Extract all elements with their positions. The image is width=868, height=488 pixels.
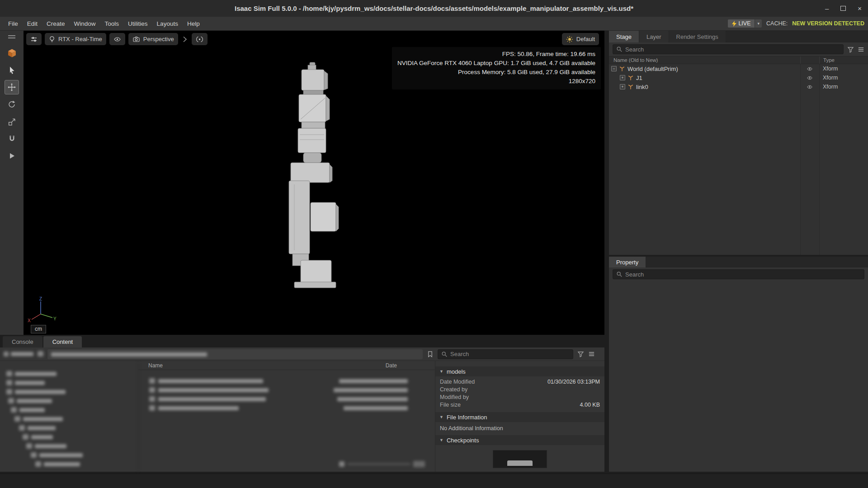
stage-row-link0[interactable]: + link0 Xform bbox=[609, 82, 868, 91]
rotate-icon bbox=[7, 100, 16, 109]
unit-badge: cm bbox=[31, 325, 46, 333]
tab-property[interactable]: Property bbox=[609, 257, 646, 267]
renderer-dropdown[interactable]: RTX - Real-Time bbox=[45, 33, 106, 45]
visibility-eye-icon[interactable] bbox=[800, 75, 819, 81]
viewport-settings-button[interactable] bbox=[26, 33, 42, 45]
transform-space-button[interactable] bbox=[5, 46, 19, 60]
prim-label: World (defaultPrim) bbox=[627, 66, 800, 72]
search-icon bbox=[616, 271, 623, 277]
live-dropdown-caret[interactable]: ▾ bbox=[755, 19, 762, 28]
menu-window[interactable]: Window bbox=[70, 19, 100, 29]
stage-row-world[interactable]: − World (defaultPrim) Xform bbox=[609, 64, 868, 73]
stage-filter-button[interactable] bbox=[847, 46, 854, 53]
stage-row-j1[interactable]: + J1 Xform bbox=[609, 73, 868, 82]
column-divider bbox=[800, 64, 801, 255]
visibility-options-button[interactable] bbox=[109, 33, 125, 45]
rotate-tool-button[interactable] bbox=[5, 97, 19, 112]
live-button[interactable]: LIVE bbox=[728, 19, 755, 28]
path-bar[interactable] bbox=[47, 349, 423, 359]
viewport-stats: FPS: 50.86, Frame time: 19.66 ms NVIDIA … bbox=[392, 47, 601, 89]
snap-tool-button[interactable] bbox=[5, 131, 19, 146]
import-button-redacted[interactable] bbox=[4, 352, 33, 357]
menu-layouts[interactable]: Layouts bbox=[152, 19, 183, 29]
menu-file[interactable]: File bbox=[4, 19, 23, 29]
camera-icon bbox=[132, 36, 140, 43]
renderer-label: RTX - Real-Time bbox=[58, 36, 102, 42]
view-toggle-button[interactable] bbox=[413, 461, 425, 467]
detail-row-date-modified: Date Modified 01/30/2026 03:13PM bbox=[435, 378, 604, 385]
maximize-button[interactable] bbox=[840, 6, 846, 11]
robot-model bbox=[283, 61, 346, 290]
details-section-checkpoints[interactable]: ▼ Checkpoints bbox=[435, 435, 604, 445]
stage-search-input[interactable] bbox=[625, 46, 840, 53]
menu-tools[interactable]: Tools bbox=[100, 19, 124, 29]
lighting-dropdown[interactable]: Default bbox=[562, 33, 599, 45]
file-column-date[interactable]: Date bbox=[386, 362, 397, 369]
xform-prim-icon bbox=[619, 66, 625, 72]
details-section-file-information[interactable]: ▼ File Information bbox=[435, 412, 604, 422]
thumbnail-zoom-slider[interactable] bbox=[339, 461, 425, 467]
expand-icon[interactable]: + bbox=[620, 84, 625, 89]
menu-create[interactable]: Create bbox=[42, 19, 70, 29]
stat-gpu: NVIDIA GeForce RTX 4060 Laptop GPU: 1.7 … bbox=[397, 59, 595, 68]
collapse-icon[interactable]: − bbox=[611, 66, 617, 71]
toolbar-collapse-button[interactable] bbox=[181, 33, 189, 45]
content-filter-button[interactable] bbox=[577, 351, 584, 357]
property-search-input[interactable] bbox=[625, 271, 861, 278]
slider-track[interactable] bbox=[347, 463, 410, 465]
stage-searchbox bbox=[613, 44, 844, 54]
camera-dropdown[interactable]: Perspective bbox=[128, 33, 178, 45]
thumbnail-object bbox=[507, 460, 533, 466]
isaac-sim-window: Isaac Sim Full 5.0.0 - /home/kjy/pysdrm_… bbox=[0, 0, 868, 488]
menu-edit[interactable]: Edit bbox=[23, 19, 42, 29]
menu-utilities[interactable]: Utilities bbox=[123, 19, 152, 29]
tab-content[interactable]: Content bbox=[43, 336, 82, 347]
bookmark-button[interactable] bbox=[427, 351, 434, 358]
column-header-type[interactable]: Type bbox=[819, 56, 868, 64]
file-row[interactable] bbox=[138, 376, 435, 385]
slider-handle[interactable] bbox=[339, 461, 344, 467]
bottom-tab-strip: Console Content bbox=[0, 335, 604, 347]
visibility-eye-icon[interactable] bbox=[800, 66, 819, 72]
scale-tool-button[interactable] bbox=[5, 114, 19, 129]
menu-help[interactable]: Help bbox=[183, 19, 204, 29]
stage-options-button[interactable] bbox=[858, 46, 864, 53]
content-options-button[interactable] bbox=[588, 351, 595, 357]
tab-stage[interactable]: Stage bbox=[609, 31, 639, 42]
close-button[interactable]: × bbox=[858, 5, 862, 12]
detail-row-modified-by: Modified by bbox=[435, 393, 604, 401]
column-divider bbox=[819, 64, 820, 255]
titlebar[interactable]: Isaac Sim Full 5.0.0 - /home/kjy/pysdrm_… bbox=[0, 0, 868, 17]
prim-type: Xform bbox=[819, 66, 868, 72]
select-tool-button[interactable] bbox=[5, 63, 19, 77]
file-row[interactable] bbox=[138, 394, 435, 404]
minimize-button[interactable]: – bbox=[825, 5, 829, 12]
folder-tree-redacted[interactable] bbox=[0, 361, 138, 472]
bottom-panel: Console Content bbox=[0, 335, 604, 472]
play-button[interactable] bbox=[5, 149, 19, 163]
stage-tree-header: Name (Old to New) Type bbox=[609, 56, 868, 64]
tab-console[interactable]: Console bbox=[3, 336, 42, 347]
file-row[interactable] bbox=[138, 385, 435, 394]
content-search-input[interactable] bbox=[450, 351, 570, 357]
prim-label: link0 bbox=[636, 84, 809, 90]
file-list-header: Name Date bbox=[138, 361, 435, 370]
checkpoint-thumbnail[interactable] bbox=[493, 450, 547, 468]
file-column-name[interactable]: Name bbox=[148, 362, 163, 369]
move-tool-button[interactable] bbox=[5, 80, 19, 94]
sliders-icon bbox=[30, 36, 38, 43]
visibility-eye-icon[interactable] bbox=[800, 84, 819, 90]
toolbar-drag-handle[interactable] bbox=[8, 33, 15, 40]
tab-render-settings[interactable]: Render Settings bbox=[669, 31, 726, 42]
column-header-name[interactable]: Name (Old to New) bbox=[609, 57, 800, 63]
magnet-icon bbox=[8, 135, 16, 143]
content-browser: Name Date bbox=[0, 347, 604, 472]
capture-button[interactable] bbox=[192, 33, 208, 45]
file-row[interactable] bbox=[138, 404, 435, 413]
viewport-3d[interactable]: RTX - Real-Time Perspective bbox=[24, 31, 604, 335]
menubar-right-cluster: LIVE ▾ CACHE: NEW VERSION DETECTED bbox=[728, 19, 868, 28]
prim-label: J1 bbox=[636, 75, 809, 81]
tab-layer[interactable]: Layer bbox=[639, 31, 669, 42]
expand-icon[interactable]: + bbox=[620, 75, 625, 80]
details-section-models[interactable]: ▼ models bbox=[435, 366, 604, 376]
